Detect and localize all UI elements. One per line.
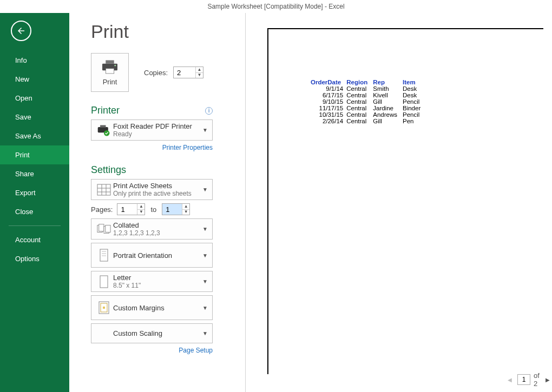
scaling-title: Custom Scaling bbox=[113, 329, 201, 337]
chevron-down-icon: ▼ bbox=[201, 226, 209, 232]
orientation-title: Portrait Orientation bbox=[113, 251, 201, 260]
printer-ready-icon bbox=[97, 124, 111, 137]
paper-size-selector[interactable]: Letter 8.5" x 11" ▼ bbox=[91, 271, 213, 292]
sidebar-item-new[interactable]: New bbox=[0, 70, 69, 89]
printer-heading: Printer bbox=[91, 105, 120, 116]
sheets-icon bbox=[97, 183, 111, 196]
pages-label: Pages: bbox=[91, 205, 113, 214]
svg-rect-13 bbox=[99, 224, 104, 231]
svg-rect-7 bbox=[97, 184, 110, 195]
printer-selector[interactable]: Foxit Reader PDF Printer Ready ▼ bbox=[91, 119, 213, 141]
back-button[interactable] bbox=[11, 21, 31, 41]
svg-rect-23 bbox=[103, 307, 105, 309]
sidebar-item-export[interactable]: Export bbox=[0, 183, 69, 202]
sidebar-divider bbox=[9, 225, 61, 226]
table-row: 2/26/14CentralGillPen bbox=[311, 118, 426, 124]
table-row: 11/17/15CentralJardineBinder bbox=[311, 105, 426, 111]
margins-icon bbox=[97, 301, 111, 314]
table-row: 9/10/15CentralGillPencil bbox=[311, 98, 426, 105]
page-icon bbox=[97, 275, 111, 288]
svg-rect-15 bbox=[106, 225, 110, 232]
sidebar-item-open[interactable]: Open bbox=[0, 89, 69, 108]
print-what-selector[interactable]: Print Active Sheets Only print the activ… bbox=[91, 179, 213, 200]
chevron-down-icon: ▼ bbox=[201, 187, 209, 192]
orientation-selector[interactable]: Portrait Orientation ▼ bbox=[91, 243, 213, 268]
arrow-left-icon bbox=[16, 26, 26, 36]
pages-from-spinbox[interactable]: ▲▼ bbox=[117, 203, 145, 215]
scaling-selector[interactable]: Custom Scaling ▼ bbox=[91, 323, 213, 343]
copies-input[interactable] bbox=[174, 67, 195, 78]
next-page-button[interactable]: ▶ bbox=[543, 376, 552, 384]
pages-to-down[interactable]: ▼ bbox=[182, 210, 189, 215]
paper-sub: 8.5" x 11" bbox=[113, 282, 201, 289]
backstage-sidebar: Info New Open Save Save As Print Share E… bbox=[0, 13, 69, 392]
print-what-sub: Only print the active sheets bbox=[113, 190, 201, 197]
paper-title: Letter bbox=[113, 274, 201, 282]
sidebar-item-options[interactable]: Options bbox=[0, 249, 69, 268]
page-title: Print bbox=[91, 21, 242, 42]
table-row: 6/17/15CentralKivellDesk bbox=[311, 92, 426, 98]
svg-rect-2 bbox=[106, 68, 114, 73]
prev-page-button[interactable]: ◀ bbox=[505, 376, 514, 384]
printer-name: Foxit Reader PDF Printer bbox=[113, 122, 201, 130]
pages-from-input[interactable] bbox=[117, 204, 137, 215]
pages-to-spinbox[interactable]: ▲▼ bbox=[162, 203, 190, 215]
table-header: OrderDate bbox=[311, 79, 346, 85]
sidebar-item-print[interactable]: Print bbox=[0, 145, 69, 164]
preview-page-nav: ◀ of 2 ▶ bbox=[505, 371, 552, 388]
sidebar-item-save[interactable]: Save bbox=[0, 108, 69, 127]
svg-rect-20 bbox=[100, 276, 108, 288]
svg-rect-16 bbox=[100, 249, 108, 261]
printer-icon bbox=[101, 59, 119, 75]
collation-selector[interactable]: Collated 1,2,3 1,2,3 1,2,3 ▼ bbox=[91, 218, 213, 240]
chevron-down-icon: ▼ bbox=[201, 305, 209, 311]
sidebar-item-account[interactable]: Account bbox=[0, 230, 69, 249]
table-header: Item bbox=[403, 79, 426, 85]
pages-to-up[interactable]: ▲ bbox=[182, 204, 189, 210]
printer-status: Ready bbox=[113, 130, 201, 138]
collation-title: Collated bbox=[113, 221, 201, 229]
print-button-label: Print bbox=[103, 78, 117, 86]
svg-point-3 bbox=[114, 64, 116, 66]
settings-heading: Settings bbox=[91, 164, 126, 176]
chevron-down-icon: ▼ bbox=[201, 330, 209, 336]
table-row: 10/31/15CentralAndrewsPencil bbox=[311, 111, 426, 118]
page-setup-link[interactable]: Page Setup bbox=[91, 347, 213, 354]
pages-from-down[interactable]: ▼ bbox=[137, 210, 144, 215]
page-of-label: of 2 bbox=[534, 371, 540, 388]
sidebar-item-info[interactable]: Info bbox=[0, 51, 69, 70]
table-header-row: OrderDate Region Rep Item bbox=[311, 79, 426, 85]
collated-icon bbox=[97, 223, 111, 236]
window-title: Sample Worksheet [Compatibility Mode] - … bbox=[0, 0, 552, 13]
printer-properties-link[interactable]: Printer Properties bbox=[91, 144, 213, 151]
portrait-icon bbox=[97, 249, 111, 262]
current-page-input[interactable] bbox=[517, 374, 530, 385]
info-icon[interactable]: i bbox=[205, 107, 213, 115]
sidebar-item-share[interactable]: Share bbox=[0, 164, 69, 183]
preview-table: OrderDate Region Rep Item 9/1/14CentralS… bbox=[311, 79, 426, 124]
svg-rect-0 bbox=[106, 60, 114, 63]
copies-spinbox[interactable]: ▲▼ bbox=[173, 67, 203, 78]
collation-sub: 1,2,3 1,2,3 1,2,3 bbox=[113, 229, 201, 237]
pages-to-input[interactable] bbox=[162, 204, 182, 215]
sidebar-item-save-as[interactable]: Save As bbox=[0, 127, 69, 145]
copies-up-arrow[interactable]: ▲ bbox=[196, 67, 203, 73]
print-button[interactable]: Print bbox=[91, 53, 129, 92]
chevron-down-icon: ▼ bbox=[201, 278, 209, 284]
print-preview-page: OrderDate Region Rep Item 9/1/14CentralS… bbox=[267, 28, 543, 374]
margins-title: Custom Margins bbox=[113, 304, 201, 312]
pages-to-label: to bbox=[150, 205, 156, 214]
table-header: Region bbox=[346, 79, 373, 85]
copies-label: Copies: bbox=[144, 69, 168, 77]
pages-from-up[interactable]: ▲ bbox=[137, 204, 144, 210]
chevron-down-icon: ▼ bbox=[201, 253, 209, 258]
svg-rect-5 bbox=[100, 125, 106, 127]
print-what-title: Print Active Sheets bbox=[113, 182, 201, 190]
chevron-down-icon: ▼ bbox=[201, 127, 209, 133]
table-row: 9/1/14CentralSmithDesk bbox=[311, 85, 426, 92]
sidebar-item-close[interactable]: Close bbox=[0, 202, 69, 221]
table-header: Rep bbox=[373, 79, 403, 85]
margins-selector[interactable]: Custom Margins ▼ bbox=[91, 295, 213, 320]
copies-down-arrow[interactable]: ▼ bbox=[196, 73, 203, 78]
